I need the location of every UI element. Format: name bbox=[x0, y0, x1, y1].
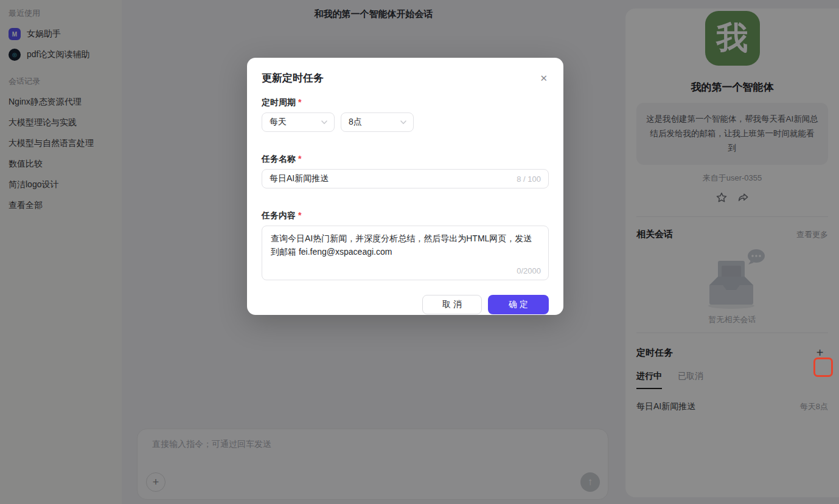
content-char-counter: 0/2000 bbox=[517, 266, 541, 275]
name-char-counter: 8 / 100 bbox=[517, 174, 541, 184]
required-asterisk: * bbox=[298, 154, 301, 164]
cancel-button[interactable]: 取 消 bbox=[422, 295, 482, 314]
cycle-hour-select[interactable]: 8点 bbox=[341, 112, 414, 132]
modal-title: 更新定时任务 bbox=[262, 71, 324, 86]
confirm-button[interactable]: 确 定 bbox=[488, 295, 549, 314]
required-asterisk: * bbox=[298, 97, 301, 107]
cycle-field-label: 定时周期* bbox=[262, 96, 549, 108]
task-name-input[interactable] bbox=[270, 174, 512, 184]
cycle-day-select[interactable]: 每天 bbox=[262, 112, 335, 132]
close-icon[interactable]: ✕ bbox=[538, 71, 549, 86]
content-field-label: 任务内容* bbox=[262, 209, 549, 221]
chevron-down-icon bbox=[321, 120, 327, 125]
required-asterisk: * bbox=[298, 210, 301, 220]
update-task-modal: 更新定时任务 ✕ 定时周期* 每天 8点 任务名称* 8 / 100 任务内容*… bbox=[247, 58, 563, 315]
task-content-input[interactable]: 查询今日AI热门新闻，并深度分析总结，然后导出为HTML网页，发送到邮箱 fei… bbox=[262, 226, 548, 264]
chevron-down-icon bbox=[400, 120, 406, 125]
name-field-label: 任务名称* bbox=[262, 153, 549, 165]
